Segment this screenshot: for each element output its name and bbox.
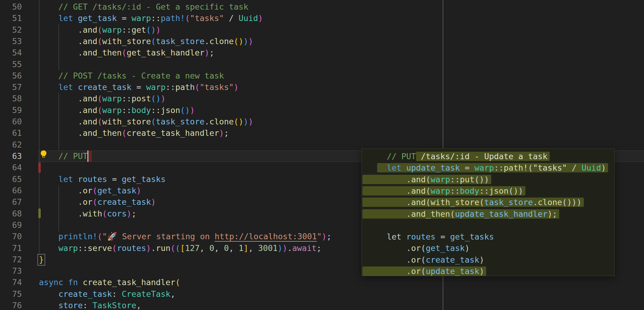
code-line-53[interactable]: .and(with_store(task_store.clone()))	[39, 36, 253, 47]
line-number: 57	[0, 82, 22, 93]
line-number: 64	[0, 162, 22, 173]
token-v: create_task	[97, 197, 151, 207]
token-w	[39, 243, 58, 253]
code-line-57[interactable]: let create_task = warp::path("tasks")	[39, 82, 239, 93]
token-t: warp	[431, 175, 450, 184]
token-b1: (	[175, 278, 180, 287]
line-number: 60	[0, 116, 22, 127]
column-ruler-bottom	[443, 276, 443, 310]
token-c: // POST /tasks - Create a new task	[39, 71, 224, 80]
token-w: .	[39, 197, 83, 207]
code-line-66[interactable]: .or(get_task)	[39, 185, 141, 196]
token-f: or	[411, 267, 421, 276]
token-w: ,	[214, 243, 224, 253]
token-w: ;	[209, 48, 214, 57]
editor-screen: 5051525354555657585960616263646566676869…	[0, 0, 644, 310]
code-line-68[interactable]: .with(cors);	[39, 208, 136, 219]
token-w: (	[421, 255, 426, 264]
token-w: (	[479, 198, 484, 207]
added-line-highlight: .or(update_task)	[362, 267, 486, 276]
token-w: .	[205, 117, 209, 126]
token-k: fn	[68, 278, 78, 287]
token-w: .	[39, 25, 83, 34]
token-w: .	[39, 106, 83, 115]
token-w: ())	[474, 175, 489, 184]
token-f: json	[161, 106, 180, 115]
token-c: // GET /tasks/:id - Get a specific task	[39, 2, 248, 11]
token-w: .	[39, 186, 83, 195]
token-pw: "tasks"	[533, 163, 567, 172]
code-line-50[interactable]: // GET /tasks/:id - Get a specific task	[39, 1, 248, 13]
token-w: ,	[170, 289, 175, 299]
token-w	[39, 151, 58, 161]
token-f: json	[489, 186, 509, 195]
token-b2: (	[93, 197, 97, 207]
token-w: .	[39, 37, 83, 46]
token-w: ())	[509, 186, 523, 195]
token-w: .	[533, 198, 538, 207]
suggestion-row: let routes = get_tasks	[362, 231, 494, 243]
code-line-52[interactable]: .and(warp::get())	[39, 24, 161, 36]
code-line-63[interactable]: // PUT	[39, 151, 88, 162]
code-line-60[interactable]: .and(with_store(task_store.clone()))	[39, 116, 253, 127]
token-t: Uuid	[239, 13, 258, 23]
line-number: 51	[0, 13, 22, 24]
token-b2: (	[97, 117, 102, 126]
token-w: .	[362, 209, 411, 219]
line-number: 74	[0, 277, 22, 288]
token-w	[39, 82, 58, 92]
suggestion-row: let update_task = warp::path!("tasks" / …	[362, 162, 608, 174]
added-line-highlight: .and(warp::body::json())	[362, 186, 525, 195]
token-w: .	[39, 94, 83, 103]
token-w	[63, 278, 68, 287]
token-f: put	[460, 175, 474, 184]
token-t: warp	[102, 106, 122, 115]
line-number: 50	[0, 1, 22, 13]
code-line-61[interactable]: .and_then(create_task_handler);	[39, 127, 229, 139]
added-line-highlight: let update_task = warp::path!("tasks" / …	[377, 163, 608, 172]
code-line-75[interactable]: create_task: CreateTask,	[39, 288, 175, 300]
token-f: and	[83, 94, 97, 103]
added-line-highlight: .and(with_store(task_store.clone()))	[362, 198, 584, 207]
code-line-59[interactable]: .and(warp::body::json())	[39, 105, 195, 116]
token-s: "tasks"	[200, 82, 234, 92]
line-number: 61	[0, 127, 22, 139]
token-w: ::	[494, 163, 504, 172]
token-w: .	[287, 243, 292, 253]
token-w: (	[421, 243, 426, 253]
code-line-51[interactable]: let get_task = warp::path!("tasks" / Uui…	[39, 13, 263, 24]
token-b3: (	[175, 243, 180, 253]
token-f: and	[83, 37, 97, 46]
token-w: )	[479, 255, 484, 264]
code-line-65[interactable]: let routes = get_tasks	[39, 174, 166, 185]
token-v: task_store	[156, 117, 205, 126]
token-k: path!	[161, 13, 185, 23]
token-b2: (	[97, 106, 102, 115]
code-line-56[interactable]: // POST /tasks - Create a new task	[39, 70, 224, 82]
token-f: clone	[209, 117, 234, 126]
token-v: store	[58, 301, 83, 310]
code-line-54[interactable]: .and_then(get_task_handler);	[39, 47, 214, 58]
token-w: ;	[131, 209, 136, 218]
token-w: =	[107, 174, 122, 184]
token-w: /	[567, 163, 582, 172]
token-w	[39, 289, 58, 299]
token-t: TaskStore	[93, 301, 136, 310]
token-b1: ]	[244, 243, 248, 253]
token-w: );	[548, 209, 557, 219]
token-w	[78, 278, 83, 287]
code-line-58[interactable]: .and(warp::post())	[39, 93, 166, 104]
code-line-74[interactable]: async fn create_task_handler(	[39, 277, 180, 288]
token-n: 127	[185, 243, 200, 253]
token-kp: await	[292, 243, 317, 253]
code-line-70[interactable]: println!("🚀 Server starting on http://lo…	[39, 231, 332, 242]
token-f: run	[156, 243, 170, 253]
token-b2: )	[156, 25, 161, 34]
code-line-76[interactable]: store: TaskStore,	[39, 300, 141, 310]
token-w: ::	[450, 175, 460, 184]
token-b2: )	[258, 13, 263, 23]
line-number: 54	[0, 47, 22, 58]
code-line-67[interactable]: .or(create_task)	[39, 196, 156, 208]
token-t: warp	[102, 25, 122, 34]
code-line-71[interactable]: warp::serve(routes).run(([127, 0, 0, 1],…	[39, 243, 321, 254]
